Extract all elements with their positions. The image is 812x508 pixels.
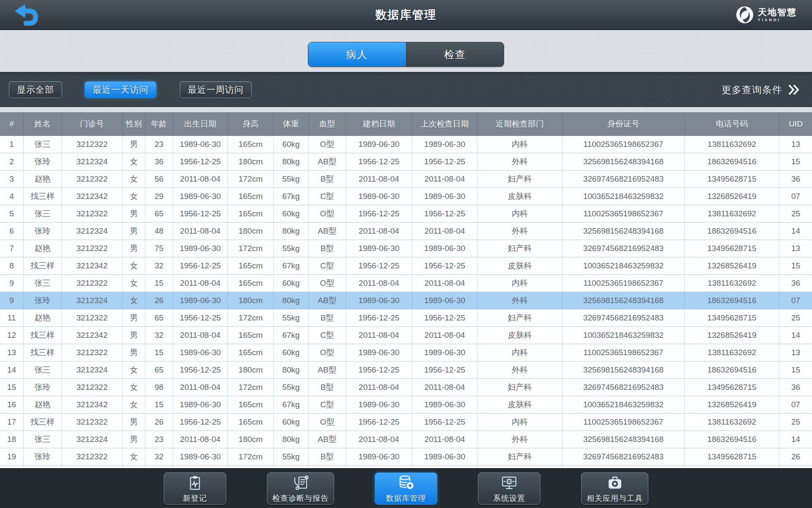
table-cell: 张玲 — [24, 379, 62, 396]
table-cell: 326974568216952483 — [562, 171, 685, 188]
table-cell: 男 — [123, 344, 145, 361]
table-row[interactable]: 14张三3212324女651956-12-25180cm80kgAB型1956… — [0, 362, 812, 379]
table-cell: 65 — [145, 362, 173, 378]
table-cell: 26 — [779, 448, 812, 465]
table-row[interactable]: 11赵艳3212322男651956-12-25172cm55kgB型1956-… — [0, 309, 812, 327]
table-row[interactable]: 3赵艳3212322女562011-08-04172cm55kgB型2011-0… — [0, 171, 812, 188]
table-cell: 外科 — [477, 292, 562, 309]
nav-database-management-button[interactable]: 数据库管理 — [375, 472, 437, 505]
column-header: 门诊号 — [62, 112, 123, 135]
table-cell: 80kg — [274, 292, 309, 309]
table-cell: 325698156248394168 — [562, 223, 685, 240]
table-cell: 67kg — [274, 188, 309, 205]
brand-name-en: TIANDI — [758, 18, 797, 22]
table-cell: 25 — [779, 205, 812, 222]
table-cell: 5 — [0, 205, 24, 222]
table-cell: 张玲 — [24, 292, 62, 309]
nav-system-settings-button[interactable]: 系统设置 — [478, 472, 540, 505]
table-row[interactable]: 9张三3212322女152011-08-04165cm60kgO型2011-0… — [0, 275, 812, 292]
table-row[interactable]: 12找三样3212342男322011-08-04165cm67kgC型2011… — [0, 327, 812, 344]
monitor-gear-icon — [500, 474, 518, 492]
table-cell: 180cm — [228, 223, 274, 240]
table-cell: 1989-06-30 — [173, 448, 228, 465]
table-cell: 张三 — [24, 275, 62, 292]
table-cell: 1956-12-25 — [173, 309, 228, 326]
table-cell: 1989-06-30 — [412, 240, 477, 257]
table-cell: 赵艳 — [24, 309, 62, 326]
table-row[interactable]: 13找三样3212322男151989-06-30165cm60kgO型1989… — [0, 344, 812, 362]
back-button[interactable] — [14, 4, 40, 26]
table-cell: 13495628715 — [685, 240, 779, 257]
table-cell: 3212322 — [62, 414, 123, 431]
table-cell: 15 — [0, 379, 24, 396]
table-cell: 3212322 — [62, 344, 123, 361]
table-cell: 65 — [145, 205, 173, 222]
table-cell: 1956-12-25 — [412, 309, 477, 326]
table-cell: 内科 — [477, 414, 562, 431]
table-row[interactable]: 2张玲3212324女361956-12-25180cm80kgAB型1956-… — [0, 153, 812, 171]
table-cell: 80kg — [274, 223, 309, 240]
table-row[interactable]: 7赵艳3212322男751989-06-30172cm55kgB型1989-0… — [0, 240, 812, 257]
table-cell: 2011-08-04 — [412, 431, 477, 448]
table-cell: 110025365198652367 — [562, 136, 685, 153]
tab-examinations[interactable]: 检查 — [406, 42, 504, 66]
table-cell: 赵艳 — [24, 171, 62, 188]
table-cell: 325698156248394168 — [562, 153, 685, 170]
table-row[interactable]: 5张三3212322男651956-12-25165cm60kgO型1956-1… — [0, 205, 812, 223]
nav-label: 新登记 — [183, 493, 207, 503]
table-cell: 172cm — [228, 309, 274, 326]
table-row[interactable]: 16赵艳3212342女151989-06-30165cm67kgC型1989-… — [0, 396, 812, 414]
table-cell: 1989-06-30 — [346, 188, 412, 205]
table-cell: 1956-12-25 — [412, 257, 477, 274]
table-row[interactable]: 1张三3212322男231989-06-30165cm60kgO型1989-0… — [0, 136, 812, 153]
table-cell: 3212322 — [62, 309, 123, 326]
table-row[interactable]: 15张玲3212322女982011-08-04172cm55kgB型2011-… — [0, 379, 812, 396]
table-cell: 张三 — [24, 362, 62, 378]
column-header: # — [0, 112, 24, 135]
table-cell: 1989-06-30 — [173, 292, 228, 309]
table-cell: 1956-12-25 — [173, 362, 228, 378]
table-cell: 326974568216952483 — [562, 240, 685, 257]
filter-bar: 显示全部 最近一天访问 最近一周访问 更多查询条件 — [0, 72, 812, 107]
record-type-tabs: 病人 检查 — [308, 42, 504, 67]
table-cell: 1989-06-30 — [173, 396, 228, 413]
table-row[interactable]: 19张玲3212322女321989-06-30172cm55kgB型1989-… — [0, 448, 812, 466]
table-cell: 100365218463259832 — [562, 396, 685, 413]
nav-new-registration-button[interactable]: 新登记 — [164, 472, 226, 505]
table-cell: 3212322 — [62, 136, 123, 153]
table-cell: 皮肤科 — [477, 327, 562, 344]
tab-patients[interactable]: 病人 — [308, 42, 406, 66]
table-cell: 13811632692 — [685, 344, 779, 361]
nav-related-apps-tools-button[interactable]: 相关应用与工具 — [581, 472, 648, 505]
table-cell: 165cm — [228, 188, 274, 205]
table-row-selected[interactable]: 9张玲3212324女261989-06-30180cm80kgAB型1989-… — [0, 292, 812, 309]
column-header: 身份证号 — [562, 112, 685, 135]
column-header: 姓名 — [24, 112, 62, 135]
table-cell: 55kg — [274, 379, 309, 396]
table-cell: 女 — [123, 396, 145, 413]
table-cell: 6 — [0, 223, 24, 240]
table-cell: 110025365198652367 — [562, 205, 685, 222]
table-cell: 1956-12-25 — [412, 153, 477, 170]
table-cell: 18632694516 — [685, 153, 779, 170]
table-cell: 56 — [145, 171, 173, 188]
nav-diagnosis-report-button[interactable]: 检查诊断与报告 — [267, 472, 334, 505]
table-row[interactable]: 8找三样3212342女321956-12-25165cm67kgC型1956-… — [0, 257, 812, 275]
filter-show-all-button[interactable]: 显示全部 — [9, 81, 62, 98]
table-cell: 1956-12-25 — [412, 414, 477, 431]
table-cell: 13495628715 — [685, 448, 779, 465]
table-cell: 1989-06-30 — [412, 344, 477, 361]
table-cell: 1956-12-25 — [346, 153, 412, 170]
table-row[interactable]: 6张玲3212324男482011-08-04180cm80kgAB型2011-… — [0, 223, 812, 240]
table-row[interactable]: 17找三样3212322男261956-12-25165cm60kgO型1956… — [0, 414, 812, 431]
table-cell: 1956-12-25 — [412, 362, 477, 378]
filter-last-day-button[interactable]: 最近一天访问 — [85, 81, 156, 98]
table-row[interactable]: 4找三样3212342女291989-06-30165cm67kgC型1989-… — [0, 188, 812, 205]
more-filters-link[interactable]: 更多查询条件 — [721, 81, 800, 98]
table-cell: 60kg — [274, 205, 309, 222]
table-cell: 女 — [123, 362, 145, 378]
brand-logo: 天地智慧 TIANDI — [735, 6, 797, 24]
table-row[interactable]: 18张三3212324男232011-08-04180cm80kgAB型2011… — [0, 431, 812, 448]
table-cell: 找三样 — [24, 327, 62, 344]
filter-last-week-button[interactable]: 最近一周访问 — [180, 81, 252, 98]
